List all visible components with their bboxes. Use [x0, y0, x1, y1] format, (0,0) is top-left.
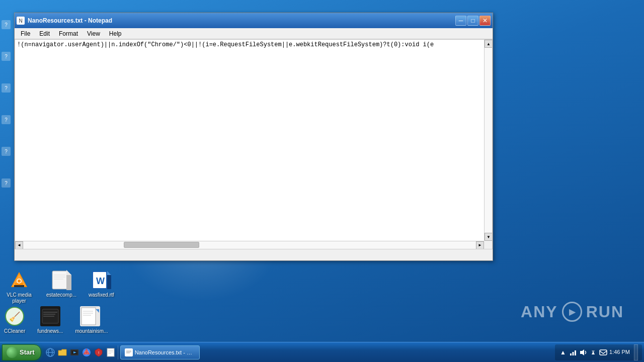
notepad-icon: N: [17, 17, 25, 25]
svg-rect-49: [573, 352, 574, 355]
mountainism-label: mountainism...: [75, 328, 105, 334]
title-bar[interactable]: N NanoResources.txt - Notepad ─ □ ✕: [15, 13, 493, 28]
left-icon-2[interactable]: ?: [2, 52, 11, 61]
left-icon-4[interactable]: ?: [2, 115, 11, 124]
title-bar-left: N NanoResources.txt - Notepad: [17, 17, 112, 25]
clock[interactable]: 1:46 PM: [609, 348, 630, 355]
svg-rect-44: [125, 349, 132, 356]
start-button[interactable]: Start: [2, 344, 41, 360]
tray-network-icon[interactable]: [569, 348, 577, 356]
left-sidebar-icons: ? ? ? ? ? ?: [0, 15, 12, 188]
svg-marker-24: [66, 270, 71, 275]
desktop-icon-estatecomp[interactable]: estatecomp...: [46, 270, 76, 304]
svg-marker-51: [580, 349, 584, 355]
quick-launch-folder[interactable]: [57, 347, 67, 357]
left-icon-5[interactable]: ?: [2, 147, 11, 156]
scroll-corner: [484, 241, 492, 249]
svg-rect-50: [575, 350, 576, 355]
maximize-button[interactable]: □: [467, 16, 478, 26]
notepad-content-area[interactable]: !(n=navigator.userAgent)||n.indexOf("Chr…: [15, 39, 493, 249]
svg-text:🧹: 🧹: [9, 311, 21, 322]
desktop-icons-bottom: 🧹 CCleaner fundnews...: [4, 306, 105, 334]
svg-rect-8: [82, 308, 96, 325]
menu-edit[interactable]: Edit: [35, 29, 54, 38]
svg-text:!: !: [98, 350, 99, 355]
estatecomp-icon[interactable]: [51, 270, 71, 290]
quick-launch-bar: !: [43, 345, 118, 359]
scroll-track-horizontal[interactable]: [23, 241, 476, 249]
desktop-icon-mountainism[interactable]: mountainism...: [75, 306, 105, 334]
svg-point-18: [18, 280, 21, 283]
scroll-up-button[interactable]: ▲: [485, 40, 493, 48]
minimize-button[interactable]: ─: [455, 16, 466, 26]
fundnews-label: fundnews...: [37, 328, 63, 334]
left-icon-6[interactable]: ?: [2, 178, 11, 188]
quick-launch-media[interactable]: [69, 347, 79, 357]
menu-format[interactable]: Format: [55, 29, 82, 38]
taskbar-task-label: NanoResources.txt - Notepad: [135, 349, 195, 355]
wasfixed-label: wasfixed.rtf: [89, 292, 114, 298]
vlc-icon[interactable]: [9, 270, 29, 290]
svg-text:W: W: [96, 276, 105, 286]
quick-launch-security[interactable]: !: [94, 347, 104, 357]
horizontal-scrollbar[interactable]: ◄ ►: [15, 241, 484, 249]
scroll-left-button[interactable]: ◄: [15, 241, 23, 249]
anyrun-text-run: RUN: [586, 303, 624, 321]
quick-launch-ie[interactable]: [45, 347, 55, 357]
start-orb: [7, 347, 18, 358]
ccleaner-label: CCleaner: [4, 328, 25, 334]
desktop-icons-second-row: VLC media player estatecomp...: [4, 270, 114, 304]
desktop-icon-ccleaner[interactable]: 🧹 CCleaner: [4, 306, 25, 334]
scroll-right-button[interactable]: ►: [476, 241, 484, 249]
tray-arrow2-icon[interactable]: [589, 348, 597, 356]
desktop: ANY RUN ? ? ? ? ? ? N NanoResources.txt …: [0, 0, 644, 362]
clock-time: 1:46 PM: [609, 348, 630, 355]
menu-help[interactable]: Help: [105, 29, 126, 38]
tray-arrow-icon[interactable]: ▲: [559, 348, 567, 356]
taskbar-task-icon: [125, 348, 133, 356]
scroll-down-button[interactable]: ▼: [485, 233, 493, 241]
estatecomp-label: estatecomp...: [46, 292, 76, 298]
ccleaner-icon[interactable]: 🧹: [5, 306, 25, 326]
close-button[interactable]: ✕: [479, 16, 491, 26]
left-icon-1[interactable]: ?: [2, 20, 11, 29]
taskbar-task-notepad[interactable]: NanoResources.txt - Notepad: [120, 345, 200, 359]
scroll-thumb-horizontal[interactable]: [124, 242, 199, 248]
tray-volume-icon[interactable]: [579, 348, 587, 356]
desktop-icon-vlc[interactable]: VLC media player: [4, 270, 34, 304]
vlc-label: VLC media player: [4, 292, 34, 304]
mountainism-icon[interactable]: [80, 306, 100, 326]
svg-rect-19: [52, 271, 67, 289]
show-desktop-button[interactable]: [634, 344, 638, 360]
taskbar: Start: [0, 342, 644, 362]
tray-message-icon[interactable]: [599, 348, 607, 356]
svg-rect-40: [107, 348, 114, 356]
vertical-scrollbar[interactable]: ▲ ▼: [484, 40, 492, 241]
notepad-window: N NanoResources.txt - Notepad ─ □ ✕ File…: [14, 13, 493, 261]
anyrun-play-icon: [562, 302, 582, 322]
wasfixed-icon[interactable]: W: [91, 270, 111, 290]
svg-marker-29: [107, 271, 111, 275]
svg-rect-16: [14, 285, 24, 287]
scroll-track-vertical[interactable]: [485, 48, 492, 233]
desktop-icon-fundnews[interactable]: fundnews...: [37, 306, 63, 334]
menu-bar: File Edit Format View Help: [15, 28, 493, 39]
system-tray: ▲: [555, 344, 642, 360]
svg-marker-53: [592, 350, 595, 353]
svg-rect-48: [570, 353, 572, 355]
quick-launch-notepad[interactable]: [106, 347, 116, 357]
title-bar-controls: ─ □ ✕: [455, 16, 491, 26]
anyrun-watermark: ANY RUN: [521, 302, 624, 322]
left-icon-3[interactable]: ?: [2, 83, 11, 93]
title-bar-text: NanoResources.txt - Notepad: [28, 17, 112, 24]
notepad-text-line[interactable]: !(n=navigator.userAgent)||n.indexOf("Chr…: [15, 40, 492, 50]
menu-view[interactable]: View: [83, 29, 104, 38]
anyrun-text-any: ANY: [521, 303, 558, 321]
fundnews-icon[interactable]: [40, 306, 60, 326]
svg-rect-54: [600, 350, 607, 355]
desktop-icon-wasfixed[interactable]: W wasfixed.rtf: [89, 270, 114, 304]
start-label: Start: [20, 348, 35, 356]
quick-launch-chrome[interactable]: [82, 347, 92, 357]
menu-file[interactable]: File: [17, 29, 34, 38]
